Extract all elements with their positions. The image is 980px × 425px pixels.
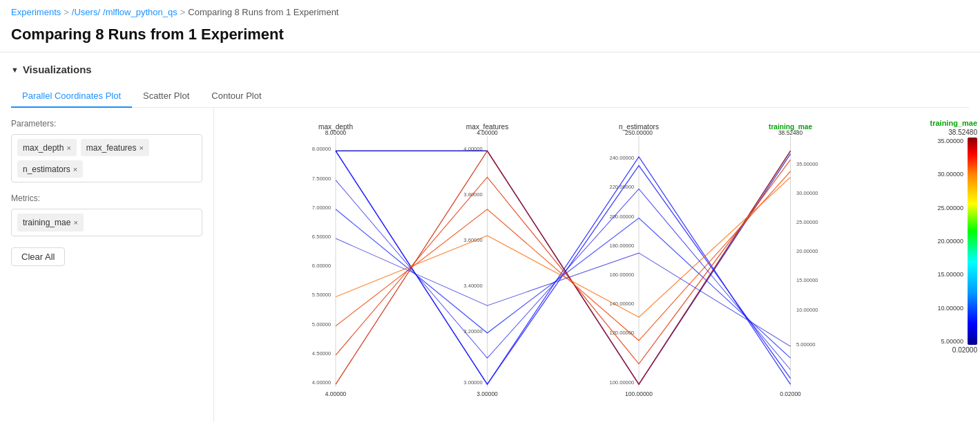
chevron-icon: ▼ — [11, 66, 19, 74]
main-content: Parameters: max_depth × max_features × n… — [0, 108, 980, 422]
tag-max-depth[interactable]: max_depth × — [17, 139, 77, 156]
svg-text:3.60000: 3.60000 — [463, 237, 482, 243]
clear-all-button[interactable]: Clear All — [11, 247, 65, 266]
svg-text:5.00000: 5.00000 — [796, 341, 815, 348]
svg-text:35.00000: 35.00000 — [796, 161, 818, 167]
svg-text:20.00000: 20.00000 — [796, 248, 818, 254]
page-title: Comparing 8 Runs from 1 Experiment — [0, 21, 980, 53]
colorbar: training_mae 38.52480 35.00000 30.00000 … — [922, 119, 977, 392]
tag-max-depth-close[interactable]: × — [66, 144, 70, 152]
metrics-tags-box[interactable]: training_mae × — [11, 209, 202, 236]
colorbar-bottom-value: 0.02000 — [952, 346, 977, 354]
tag-max-depth-label: max_depth — [23, 143, 64, 153]
svg-text:4.00000: 4.00000 — [325, 390, 347, 397]
left-panel: Parameters: max_depth × max_features × n… — [0, 108, 214, 422]
breadcrumb-users[interactable]: /Users/ — [72, 7, 100, 17]
tag-max-features-close[interactable]: × — [140, 144, 144, 152]
svg-text:3.80000: 3.80000 — [463, 191, 482, 198]
parameters-label: Parameters: — [11, 119, 202, 129]
colorbar-tick-10: 10.00000 — [937, 305, 963, 312]
colorbar-tick-35: 35.00000 — [937, 138, 963, 144]
colorbar-tick-25: 25.00000 — [937, 205, 963, 211]
svg-text:220.00000: 220.00000 — [609, 184, 634, 190]
breadcrumb-experiments[interactable]: Experiments — [11, 7, 61, 17]
svg-text:160.00000: 160.00000 — [609, 272, 634, 278]
svg-text:4.50000: 4.50000 — [312, 350, 331, 357]
tab-scatter-plot[interactable]: Scatter Plot — [132, 85, 200, 108]
colorbar-top-value: 38.52480 — [948, 129, 977, 136]
tag-training-mae-label: training_mae — [23, 218, 70, 227]
colorbar-tick-15: 15.00000 — [937, 271, 963, 278]
tag-training-mae[interactable]: training_mae × — [17, 214, 84, 232]
visualizations-title: Visualizations — [23, 64, 92, 75]
tag-training-mae-close[interactable]: × — [73, 218, 77, 227]
svg-text:100.00000: 100.00000 — [625, 390, 653, 397]
parallel-coordinates-chart: max_depth max_features n_estimators trai… — [220, 119, 912, 422]
visualizations-header[interactable]: ▼ Visualizations — [11, 64, 969, 75]
metrics-label: Metrics: — [11, 193, 202, 203]
svg-text:0.02000: 0.02000 — [780, 390, 801, 397]
visualizations-section: ▼ Visualizations Parallel Coordinates Pl… — [0, 53, 980, 108]
breadcrumb-sep1: > — [64, 7, 69, 17]
svg-text:200.00000: 200.00000 — [609, 214, 634, 220]
svg-text:7.00000: 7.00000 — [312, 205, 331, 211]
breadcrumb-experiment-name[interactable]: /mlflow_python_qs — [103, 7, 177, 17]
tag-n-estimators-label: n_estimators — [23, 164, 70, 174]
colorbar-label: training_mae — [930, 119, 977, 127]
svg-text:4.00000: 4.00000 — [477, 129, 498, 136]
breadcrumb: Experiments > /Users/ /mlflow_python_qs … — [0, 0, 980, 21]
chart-area: max_depth max_features n_estimators trai… — [214, 108, 980, 422]
svg-text:3.00000: 3.00000 — [463, 379, 482, 386]
svg-text:240.00000: 240.00000 — [609, 155, 634, 161]
svg-text:3.00000: 3.00000 — [477, 390, 498, 397]
tag-max-features-label: max_features — [86, 143, 137, 153]
svg-text:6.50000: 6.50000 — [312, 234, 331, 240]
svg-text:4.00000: 4.00000 — [463, 146, 482, 152]
tag-n-estimators[interactable]: n_estimators × — [17, 160, 83, 178]
colorbar-tick-5: 5.00000 — [941, 338, 963, 345]
svg-text:5.50000: 5.50000 — [312, 292, 331, 298]
svg-text:7.50000: 7.50000 — [312, 176, 331, 182]
svg-text:25.00000: 25.00000 — [796, 219, 818, 225]
svg-text:100.00000: 100.00000 — [609, 379, 634, 386]
svg-text:4.00000: 4.00000 — [312, 379, 331, 386]
svg-text:10.00000: 10.00000 — [796, 307, 818, 313]
svg-text:250.00000: 250.00000 — [625, 129, 653, 136]
colorbar-tick-20: 20.00000 — [937, 238, 963, 245]
breadcrumb-current: Comparing 8 Runs from 1 Experiment — [188, 7, 338, 17]
tag-max-features[interactable]: max_features × — [81, 139, 149, 156]
svg-text:15.00000: 15.00000 — [796, 277, 818, 283]
colorbar-tick-30: 30.00000 — [937, 171, 963, 178]
tab-parallel-coordinates[interactable]: Parallel Coordinates Plot — [11, 85, 132, 108]
tabs-bar: Parallel Coordinates Plot Scatter Plot C… — [11, 85, 969, 108]
svg-text:5.00000: 5.00000 — [312, 321, 331, 328]
tag-n-estimators-close[interactable]: × — [73, 165, 77, 173]
svg-text:38.52480: 38.52480 — [778, 129, 803, 136]
parameters-tags-box[interactable]: max_depth × max_features × n_estimators … — [11, 134, 202, 182]
svg-text:8.00000: 8.00000 — [325, 129, 347, 136]
colorbar-gradient — [968, 138, 977, 345]
breadcrumb-sep3: > — [180, 7, 186, 17]
tab-contour-plot[interactable]: Contour Plot — [200, 85, 272, 108]
svg-text:30.00000: 30.00000 — [796, 190, 818, 196]
svg-text:6.00000: 6.00000 — [312, 263, 331, 269]
svg-text:180.00000: 180.00000 — [609, 243, 634, 249]
svg-text:3.40000: 3.40000 — [463, 283, 482, 289]
svg-text:8.00000: 8.00000 — [312, 146, 331, 152]
